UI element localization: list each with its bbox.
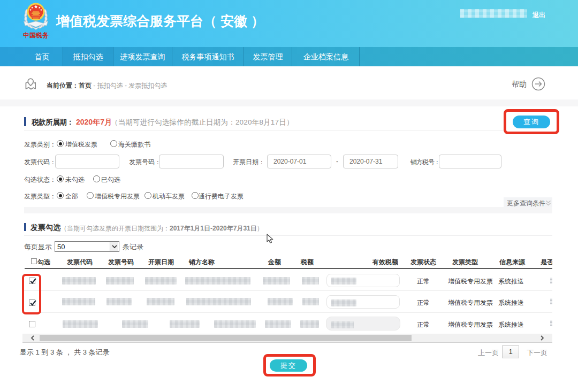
svg-text:中国税务: 中国税务 <box>23 32 49 39</box>
